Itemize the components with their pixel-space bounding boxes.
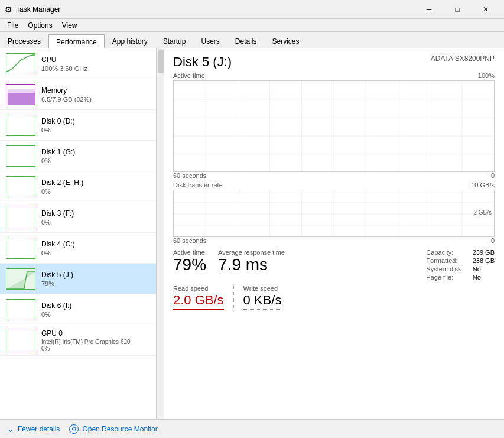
sidebar-item-disk3[interactable]: Disk 3 (F:) 0% [0,202,156,233]
disk0-thumbnail [6,115,35,136]
disk1-stat: 0% [41,157,75,164]
write-speed-block: Write speed 0 KB/s [243,284,282,310]
tab-startup[interactable]: Startup [155,34,194,48]
disk1-info: Disk 1 (G:) 0% [41,148,75,164]
close-button[interactable]: ✕ [472,0,499,19]
menu-options[interactable]: Options [23,20,57,31]
chart2-min-label: 0 [491,237,495,244]
disk-model: ADATA SX8200PNP [431,54,495,63]
tab-services[interactable]: Services [265,34,307,48]
gpu0-stat: Intel(R) Iris(TM) Pro Graphics 6200% [41,339,131,352]
sidebar-item-disk5[interactable]: Disk 5 (J:) 79% [0,264,156,294]
sidebar-item-disk6[interactable]: Disk 6 (I:) 0% [0,294,156,325]
disk4-name: Disk 4 (C:) [41,240,75,248]
disk6-stat: 0% [41,311,71,318]
memory-stat: 6.5/7.9 GB (82%) [41,96,92,103]
sidebar-item-disk4[interactable]: Disk 4 (C:) 0% [0,233,156,264]
disk0-info: Disk 0 (D:) 0% [41,117,75,134]
disk2-name: Disk 2 (E: H:) [41,179,83,187]
chart1-label-row: Active time 100% [173,72,495,79]
active-time-block: Active time 79% [173,249,206,274]
chart2-bottom-row: 60 seconds 0 [173,237,495,244]
chart2-label-row: Disk transfer rate 10 GB/s [173,181,495,189]
sidebar-item-disk1[interactable]: Disk 1 (G:) 0% [0,141,156,171]
avg-response-value: 7.9 ms [218,256,285,274]
disk3-info: Disk 3 (F:) 0% [41,209,74,226]
tab-app-history[interactable]: App history [105,34,155,48]
disk3-name: Disk 3 (F:) [41,209,74,218]
cpu-name: CPU [41,56,87,64]
disk5-stat: 79% [41,280,73,287]
chevron-down-icon: ⌄ [7,424,14,434]
disk1-name: Disk 1 (G:) [41,148,75,156]
minimize-button[interactable]: ─ [415,0,443,19]
disk5-chart [6,269,35,290]
resource-monitor-icon: ⚙ [69,424,79,434]
memory-info: Memory 6.5/7.9 GB (82%) [41,86,92,103]
cpu-thumbnail [6,53,35,74]
sidebar-item-cpu[interactable]: CPU 100% 3.60 GHz [0,48,156,79]
chart2-max-label: 10 GB/s [471,181,495,189]
tab-details[interactable]: Details [227,34,265,48]
disk2-stat: 0% [41,188,83,195]
chart2-container: 2 GB/s [173,190,495,237]
avg-response-block: Average response time 7.9 ms [218,249,285,274]
disk6-info: Disk 6 (I:) 0% [41,301,71,318]
gpu0-thumbnail [6,330,35,351]
system-disk-label: System disk: [426,265,463,272]
title-bar: ⚙ Task Manager ─ □ ✕ [0,0,504,19]
read-speed-block: Read speed 2.0 GB/s [173,284,234,310]
maximize-button[interactable]: □ [444,0,471,19]
chart1-min-label: 0 [491,172,495,179]
sidebar-item-disk2[interactable]: Disk 2 (E: H:) 0% [0,171,156,202]
fewer-details-button[interactable]: ⌄ Fewer details [7,424,60,434]
cpu-info: CPU 100% 3.60 GHz [41,56,87,72]
active-time-chart [174,81,494,172]
disk3-stat: 0% [41,219,74,226]
disk2-info: Disk 2 (E: H:) 0% [41,179,83,195]
right-stats: Capacity: 239 GB Formatted: 238 GB Syste… [426,249,495,281]
sidebar-item-disk0[interactable]: Disk 0 (D:) 0% [0,110,156,141]
tab-processes[interactable]: Processes [0,34,48,48]
memory-thumbnail [6,84,35,105]
disk0-stat: 0% [41,126,75,134]
formatted-value: 238 GB [473,257,495,264]
read-speed-value: 2.0 GB/s [173,293,224,310]
cpu-stat: 100% 3.60 GHz [41,65,87,72]
tab-users[interactable]: Users [193,34,227,48]
write-speed-value: 0 KB/s [243,293,282,310]
main-layout: CPU 100% 3.60 GHz Memory 6.5/7.9 GB (82%… [0,48,504,419]
app-icon: ⚙ [5,5,12,14]
chart2-label: Disk transfer rate [173,181,223,189]
disk4-info: Disk 4 (C:) 0% [41,240,75,257]
chart1-container [173,80,495,172]
disk0-name: Disk 0 (D:) [41,117,75,125]
capacity-value: 239 GB [473,249,495,256]
sidebar-item-gpu0[interactable]: GPU 0 Intel(R) Iris(TM) Pro Graphics 620… [0,325,156,356]
resource-monitor-button[interactable]: ⚙ Open Resource Monitor [69,424,157,434]
menu-bar: File Options View [0,19,504,32]
disk4-stat: 0% [41,249,75,257]
chart1-label: Active time [173,72,205,79]
disk2-thumbnail [6,176,35,197]
chart1-bottom-row: 60 seconds 0 [173,172,495,179]
tab-performance[interactable]: Performance [48,34,105,48]
disk1-thumbnail [6,145,35,167]
sidebar-scrollbar[interactable] [157,48,164,419]
menu-view[interactable]: View [57,20,82,31]
read-speed-label: Read speed [173,285,208,292]
content-area: Disk 5 (J:) ADATA SX8200PNP Active time … [164,48,504,419]
sidebar-item-memory[interactable]: Memory 6.5/7.9 GB (82%) [0,79,156,110]
transfer-rate-chart [174,190,494,237]
page-file-value: No [473,274,495,281]
memory-chart [6,85,35,105]
tabs-bar: Processes Performance App history Startu… [0,32,504,48]
write-speed-label: Write speed [243,285,278,292]
menu-file[interactable]: File [2,20,23,31]
disk4-thumbnail [6,238,35,259]
disk5-info: Disk 5 (J:) 79% [41,271,73,287]
system-disk-value: No [473,265,495,272]
disk3-thumbnail [6,207,35,228]
memory-name: Memory [41,86,92,95]
disk6-name: Disk 6 (I:) [41,301,71,310]
